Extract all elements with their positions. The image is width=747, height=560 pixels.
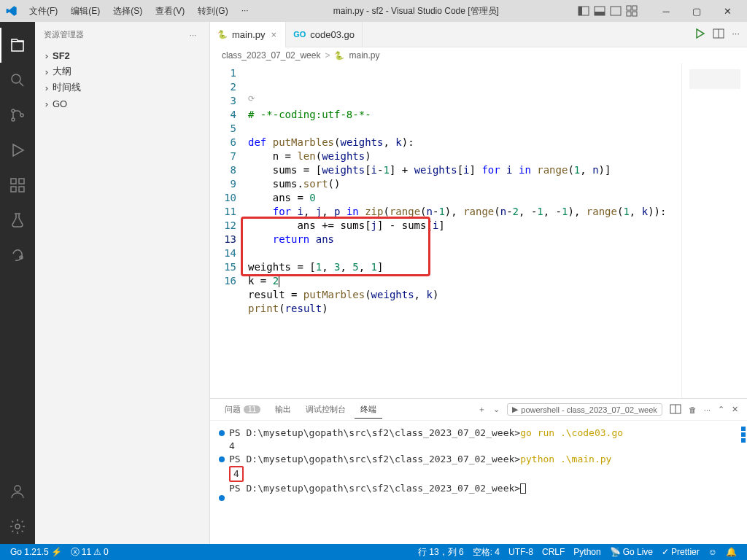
- panel-tab-problems[interactable]: 问题11: [219, 401, 266, 418]
- svg-point-19: [15, 524, 20, 529]
- activity-search-icon[interactable]: [0, 63, 35, 98]
- code-line-11[interactable]: [245, 246, 681, 260]
- maximize-button[interactable]: ▢: [683, 2, 711, 20]
- svg-rect-1: [578, 7, 582, 15]
- status-feedback-icon[interactable]: ☺: [704, 546, 721, 559]
- code-line-4[interactable]: n = len(weights): [245, 149, 681, 163]
- new-terminal-icon[interactable]: ＋: [478, 404, 486, 415]
- run-file-icon[interactable]: [694, 28, 705, 42]
- code-line-2[interactable]: [245, 122, 681, 136]
- tab-main.py[interactable]: 🐍main.py×: [210, 22, 286, 47]
- toggle-panel-icon[interactable]: [594, 5, 605, 17]
- svg-rect-13: [11, 179, 16, 184]
- panel-close-icon[interactable]: ✕: [732, 405, 738, 414]
- terminal-view[interactable]: PS D:\mysetup\gopath\src\sf2\class_2023_…: [210, 421, 747, 544]
- line-number-gutter[interactable]: 12345678910111213141516: [210, 63, 245, 398]
- activity-testing-icon[interactable]: [0, 203, 35, 238]
- status-prettier[interactable]: ✓Prettier: [657, 546, 704, 559]
- breadcrumb-file[interactable]: main.py: [349, 50, 379, 61]
- status-encoding[interactable]: UTF-8: [504, 546, 538, 559]
- terminal-command-marker: [219, 456, 225, 462]
- annotation-output-box: 4: [229, 466, 244, 482]
- svg-point-12: [20, 114, 23, 117]
- menu-goto[interactable]: 转到(G): [192, 4, 233, 19]
- split-editor-icon[interactable]: [713, 28, 724, 42]
- activity-source-control-icon[interactable]: [0, 98, 35, 133]
- menu-file[interactable]: 文件(F): [23, 4, 63, 19]
- code-line-14[interactable]: result = putMarbles(weights, k): [245, 288, 681, 302]
- editor-area: 🐍main.py×GOcode03.go ··· class_2023_07_0…: [210, 22, 747, 544]
- split-terminal-icon[interactable]: [670, 403, 681, 416]
- tree-item-时间线[interactable]: ›时间线: [35, 79, 209, 96]
- menu-more[interactable]: ···: [236, 4, 255, 19]
- terminal-selector[interactable]: ▶powershell - class_2023_07_02_week: [507, 403, 662, 416]
- close-button[interactable]: ✕: [713, 2, 741, 20]
- menu-view[interactable]: 查看(V): [150, 4, 190, 19]
- tree-item-go[interactable]: ›GO: [35, 96, 209, 112]
- status-cursor-position[interactable]: 行 13，列 6: [414, 546, 468, 559]
- code-line-1[interactable]: # -*-coding:utf-8-*-: [245, 108, 681, 122]
- code-line-8[interactable]: for i, j, p in zip(range(n-1), range(n-2…: [245, 205, 681, 219]
- tab-code03.go[interactable]: GOcode03.go: [286, 22, 363, 47]
- status-notifications-icon[interactable]: 🔔: [721, 546, 741, 559]
- code-line-10[interactable]: return ans: [245, 233, 681, 246]
- terminal-shell-icon: ▶: [512, 405, 518, 414]
- status-indentation[interactable]: 空格: 4: [468, 546, 504, 559]
- menu-edit[interactable]: 编辑(E): [65, 4, 106, 19]
- chevron-right-icon: >: [325, 50, 330, 61]
- code-line-9[interactable]: ans += sums[j] - sums[i]: [245, 219, 681, 233]
- menu-select[interactable]: 选择(S): [107, 4, 148, 19]
- svg-rect-5: [627, 6, 631, 10]
- terminal-command-marker: [219, 495, 225, 501]
- activity-go-icon[interactable]: [0, 238, 35, 273]
- tree-item-sf2[interactable]: ›SF2: [35, 47, 209, 63]
- minimize-button[interactable]: ─: [652, 2, 680, 20]
- kill-terminal-icon[interactable]: 🗑: [689, 405, 697, 414]
- toggle-primary-sidebar-icon[interactable]: [578, 5, 589, 17]
- menu-bar: 文件(F) 编辑(E) 选择(S) 查看(V) 转到(G) ···: [23, 4, 255, 19]
- svg-point-18: [15, 486, 20, 491]
- code-line-12[interactable]: weights = [1, 3, 5, 1]: [245, 260, 681, 274]
- svg-rect-15: [19, 187, 24, 192]
- breadcrumb-folder[interactable]: class_2023_07_02_week: [222, 50, 320, 61]
- activity-settings-icon[interactable]: [0, 509, 35, 544]
- editor-more-icon[interactable]: ···: [732, 28, 740, 42]
- svg-point-11: [12, 118, 15, 121]
- status-problems[interactable]: ⓧ11⚠0: [66, 546, 113, 559]
- codelens-icon[interactable]: ⟳: [248, 92, 255, 106]
- code-line-16[interactable]: [245, 316, 681, 330]
- activity-explorer-icon[interactable]: [0, 28, 35, 63]
- code-line-7[interactable]: ans = 0: [245, 191, 681, 205]
- panel-tab-debug[interactable]: 调试控制台: [300, 401, 352, 418]
- code-line-6[interactable]: sums.sort(): [245, 177, 681, 191]
- activity-accounts-icon[interactable]: [0, 474, 35, 509]
- minimap[interactable]: [681, 63, 747, 398]
- breadcrumb[interactable]: class_2023_07_02_week > 🐍 main.py: [210, 47, 747, 63]
- code-line-3[interactable]: def putMarbles(weights, k):: [245, 136, 681, 149]
- activity-run-debug-icon[interactable]: [0, 133, 35, 168]
- panel-tab-terminal[interactable]: 终端: [355, 401, 382, 419]
- code-line-13[interactable]: k = 2: [245, 274, 681, 288]
- status-go-live[interactable]: 📡Go Live: [605, 546, 657, 559]
- toggle-secondary-sidebar-icon[interactable]: [610, 5, 622, 17]
- status-go-version[interactable]: Go 1.21.5⚡: [6, 547, 66, 557]
- terminal-line: [219, 495, 738, 501]
- warning-icon: ⚠: [93, 547, 101, 557]
- close-tab-icon[interactable]: ×: [270, 29, 279, 40]
- go-file-icon: GO: [293, 30, 306, 39]
- code-line-15[interactable]: print(result): [245, 302, 681, 316]
- code-line-5[interactable]: sums = [weights[i-1] + weights[i] for i …: [245, 163, 681, 177]
- status-eol[interactable]: CRLF: [538, 546, 569, 559]
- code-editor[interactable]: ⟳ # -*-coding:utf-8-*-def putMarbles(wei…: [245, 63, 681, 398]
- explorer-more-icon[interactable]: ···: [185, 29, 201, 41]
- problems-count-badge: 11: [244, 405, 260, 413]
- panel-tab-output[interactable]: 输出: [269, 401, 297, 418]
- tree-item-大纲[interactable]: ›大纲: [35, 63, 209, 79]
- activity-extensions-icon[interactable]: [0, 168, 35, 203]
- status-language[interactable]: Python: [569, 546, 605, 559]
- terminal-dropdown-icon[interactable]: ⌄: [493, 405, 500, 414]
- panel-maximize-icon[interactable]: ⌃: [718, 405, 724, 414]
- svg-rect-16: [19, 179, 24, 184]
- customize-layout-icon[interactable]: [626, 5, 638, 17]
- panel-more-icon[interactable]: ···: [704, 405, 711, 414]
